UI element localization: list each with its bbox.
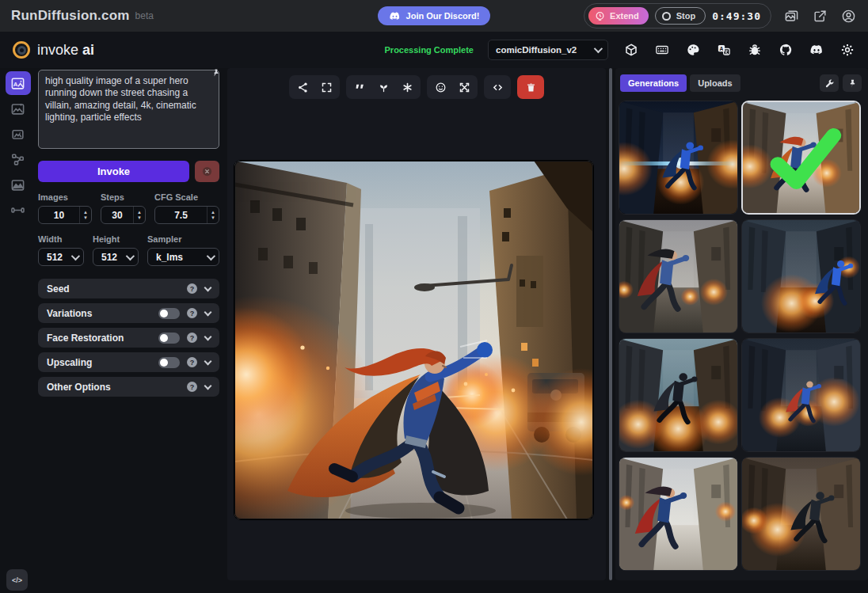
invoke-logo-icon: [13, 41, 30, 59]
report-bug-icon[interactable]: [746, 42, 763, 59]
help-icon[interactable]: ?: [187, 357, 197, 367]
invoke-button[interactable]: Invoke: [38, 161, 189, 182]
discord-button-label: Join Our Discord!: [406, 11, 480, 21]
model-select[interactable]: comicDiffusion_v2: [488, 40, 608, 60]
accordion-upscaling[interactable]: Upscaling ?: [38, 352, 219, 372]
github-icon[interactable]: [777, 42, 794, 59]
cfg-scale-input[interactable]: 7.5 ▲▼: [154, 206, 219, 224]
help-icon[interactable]: ?: [187, 382, 197, 392]
gallery-pin-icon[interactable]: [843, 74, 862, 92]
thumbnail-grid: [619, 101, 865, 571]
workflow-rail: A: [0, 68, 36, 593]
prompt-input[interactable]: [38, 70, 219, 149]
width-select[interactable]: 512: [38, 248, 84, 266]
chevron-down-icon: [126, 251, 135, 260]
account-icon[interactable]: [839, 7, 857, 25]
cfg-scale-label: CFG Scale: [154, 192, 219, 202]
help-icon[interactable]: ?: [187, 333, 197, 343]
model-cube-icon[interactable]: [622, 42, 639, 59]
join-discord-button[interactable]: Join Our Discord!: [378, 6, 491, 25]
help-icon[interactable]: ?: [187, 308, 197, 318]
tab-training[interactable]: [6, 198, 31, 222]
language-icon[interactable]: A: [715, 42, 732, 59]
use-prompt-icon[interactable]: [348, 77, 371, 97]
sampler-select[interactable]: k_lms: [147, 248, 219, 266]
gallery-thumbnail-7[interactable]: [619, 457, 738, 571]
theme-palette-icon[interactable]: [684, 42, 701, 59]
height-label: Height: [93, 234, 139, 244]
discord-icon: [389, 12, 401, 21]
accordion-face-restoration[interactable]: Face Restoration ?: [38, 328, 219, 348]
cfg-scale-value: 7.5: [155, 210, 207, 221]
chevron-down-icon: [594, 44, 603, 53]
panel-resize-handle[interactable]: [609, 68, 612, 580]
gallery-thumbnail-1[interactable]: [619, 101, 738, 215]
gallery-thumbnail-3[interactable]: [619, 219, 738, 333]
gallery-thumbnail-5[interactable]: [619, 338, 738, 452]
keyboard-shortcuts-icon[interactable]: [653, 42, 670, 59]
gallery-thumbnail-2[interactable]: [741, 101, 861, 215]
face-restoration-toggle[interactable]: [158, 333, 180, 344]
accordion-seed[interactable]: Seed ?: [38, 279, 219, 298]
invoke-ai-logo: invoke ai: [13, 41, 94, 59]
tab-text-to-image[interactable]: A: [6, 71, 31, 95]
gallery-thumbnail-4[interactable]: [741, 219, 861, 333]
accordion-variations[interactable]: Variations ?: [38, 303, 219, 323]
accordion-other-options[interactable]: Other Options ?: [38, 377, 219, 397]
stop-icon: [662, 12, 671, 21]
discord-icon[interactable]: [808, 42, 824, 59]
upscaling-toggle[interactable]: [158, 357, 180, 368]
beta-badge: beta: [135, 10, 154, 21]
external-link-icon[interactable]: [811, 7, 828, 25]
chevron-down-icon: [204, 283, 212, 291]
cancel-button[interactable]: [195, 161, 219, 182]
steps-input[interactable]: 30 ▲▼: [101, 206, 146, 224]
gallery-thumbnail-8[interactable]: [741, 457, 861, 571]
delete-image-icon[interactable]: [519, 77, 542, 97]
share-icon[interactable]: [291, 77, 314, 97]
restore-faces-icon[interactable]: [428, 77, 452, 97]
options-panel: Invoke Images Steps CFG Scale 10 ▲▼ 30 ▲…: [38, 70, 219, 397]
extend-session-button[interactable]: Extend: [588, 7, 649, 25]
use-seed-icon[interactable]: [371, 77, 395, 97]
console-toggle-button[interactable]: </>: [6, 569, 28, 591]
images-stepper[interactable]: ▲▼: [79, 207, 91, 223]
gallery-thumbnail-6[interactable]: [741, 338, 861, 452]
stop-session-button[interactable]: Stop: [655, 7, 706, 25]
app-name-bold: ai: [82, 42, 94, 58]
current-image-panel: [227, 68, 606, 580]
gallery-settings-wrench-icon[interactable]: [820, 74, 839, 92]
use-all-icon[interactable]: [395, 77, 419, 97]
accordion-label: Variations: [47, 308, 158, 319]
tab-uploads[interactable]: Uploads: [690, 74, 740, 92]
height-select[interactable]: 512: [93, 248, 139, 266]
extend-label: Extend: [610, 11, 639, 21]
chevron-down-icon: [204, 357, 212, 365]
view-metadata-icon[interactable]: [485, 77, 509, 97]
tab-unified-canvas[interactable]: [6, 122, 31, 146]
stop-label: Stop: [676, 11, 695, 21]
sampler-label: Sampler: [147, 234, 219, 244]
pin-icon[interactable]: [211, 67, 221, 81]
app-name: invoke: [37, 42, 78, 58]
accordion-label: Other Options: [47, 382, 187, 393]
steps-stepper[interactable]: ▲▼: [133, 207, 145, 223]
gallery-image-icon[interactable]: [782, 7, 800, 25]
tab-generations[interactable]: Generations: [620, 74, 687, 92]
current-generated-image[interactable]: [234, 161, 593, 519]
width-value: 512: [47, 252, 63, 263]
chevron-down-icon: [71, 251, 80, 260]
tab-image-to-image[interactable]: [6, 97, 31, 120]
chevron-down-icon: [207, 251, 215, 260]
tab-nodes[interactable]: [6, 147, 31, 171]
help-icon[interactable]: ?: [187, 283, 197, 294]
upscale-icon[interactable]: [452, 77, 476, 97]
chevron-down-icon: [204, 333, 212, 340]
variations-toggle[interactable]: [158, 308, 180, 319]
cfg-stepper[interactable]: ▲▼: [207, 207, 219, 223]
tab-post-processing[interactable]: [6, 173, 31, 196]
images-input[interactable]: 10 ▲▼: [38, 206, 92, 224]
fullscreen-icon[interactable]: [314, 77, 338, 97]
settings-gear-icon[interactable]: [839, 42, 855, 59]
svg-text:A: A: [719, 46, 723, 51]
